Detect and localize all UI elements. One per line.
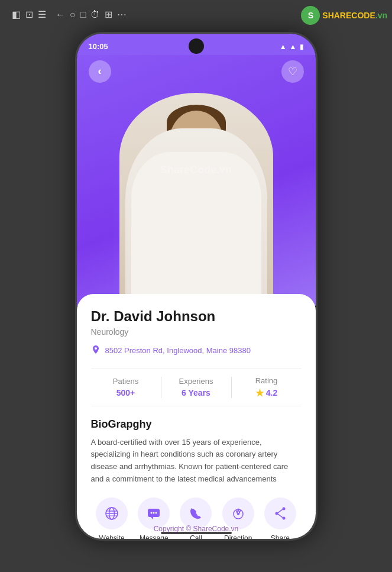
action-label-direction: Direction — [224, 534, 252, 539]
doctor-image — [114, 81, 279, 306]
sharecode-logo-domain: .vn — [375, 11, 387, 20]
copyright-footer: Copyright © ShareCode.vn — [77, 525, 316, 533]
svg-point-8 — [153, 512, 155, 513]
toolbar-icon-3[interactable]: ☰ — [38, 9, 46, 20]
doctor-silhouette — [119, 93, 273, 306]
action-label-share: Share — [271, 534, 290, 539]
camera-notch — [189, 38, 204, 54]
back-icon: ‹ — [98, 65, 102, 77]
experience-label: Experiens — [161, 377, 231, 386]
sharecode-logo-main: SHARECODE — [322, 11, 375, 20]
toolbar-icon-1[interactable]: ◧ — [12, 9, 21, 20]
wifi-icon: ▲ — [280, 43, 287, 51]
toolbar-icon-5[interactable]: ○ — [70, 9, 76, 20]
svg-line-16 — [278, 509, 283, 513]
toolbar: ◧ ⊡ ☰ ← ○ □ ⏱ ⊞ ⋯ — [12, 9, 127, 20]
patients-value: 500+ — [91, 388, 161, 398]
doctor-coat — [131, 152, 261, 306]
stats-row: Patiens 500+ Experiens 6 Years Rating ★ … — [91, 369, 302, 406]
toolbar-icon-7[interactable]: ⏱ — [90, 9, 100, 20]
doctor-specialty: Neurology — [91, 327, 302, 337]
doctor-name: Dr. David Johnson — [91, 308, 302, 325]
bio-text: A board-certified with over 15 years of … — [91, 437, 302, 486]
action-label-website: Website — [99, 534, 125, 539]
star-icon: ★ — [255, 387, 264, 399]
stat-rating: Rating ★ 4.2 — [232, 376, 302, 399]
svg-text:www: www — [109, 509, 116, 513]
battery-icon: ▮ — [300, 43, 304, 51]
toolbar-icon-8[interactable]: ⊞ — [105, 9, 112, 20]
phone-frame: 10:05 ▲ ▲ ▮ ‹ ♡ ShareCode.vn — [75, 32, 318, 541]
svg-marker-10 — [151, 517, 153, 519]
svg-line-17 — [278, 514, 283, 518]
experience-value: 6 Years — [161, 388, 231, 398]
doctor-address: 8502 Preston Rd, Inglewood, Maine 98380 — [105, 346, 251, 355]
svg-point-14 — [275, 512, 278, 515]
sharecode-logo-text: SHARECODE.vn — [322, 11, 387, 20]
svg-point-15 — [282, 516, 285, 519]
favorite-icon: ♡ — [288, 65, 297, 78]
svg-point-7 — [151, 512, 153, 513]
favorite-button[interactable]: ♡ — [281, 60, 304, 83]
doctor-body — [125, 128, 267, 306]
patients-label: Patiens — [91, 377, 161, 386]
rating-value: ★ 4.2 — [232, 387, 302, 399]
action-label-call: Call — [190, 534, 202, 539]
hero-area: ‹ ♡ ShareCode.vn — [77, 34, 316, 306]
content-card: Dr. David Johnson Neurology 8502 Preston… — [77, 294, 316, 539]
toolbar-icon-2[interactable]: ⊡ — [25, 9, 33, 20]
svg-point-12 — [237, 513, 239, 515]
toolbar-icon-9[interactable]: ⋯ — [117, 9, 127, 20]
back-button[interactable]: ‹ — [89, 60, 111, 83]
rating-number: 4.2 — [266, 388, 277, 398]
status-icons: ▲ ▲ ▮ — [280, 43, 304, 51]
sharecode-logo-icon: S — [301, 6, 320, 25]
svg-point-9 — [155, 512, 157, 513]
action-label-message: Message — [140, 534, 169, 539]
rating-label: Rating — [232, 376, 302, 385]
stat-experience: Experiens 6 Years — [161, 377, 231, 398]
signal-icon: ▲ — [290, 43, 297, 51]
toolbar-icon-4[interactable]: ← — [56, 9, 65, 20]
location-icon — [91, 345, 101, 357]
toolbar-icon-6[interactable]: □ — [80, 9, 86, 20]
bio-title: BioGrapghy — [91, 418, 302, 431]
address-row: 8502 Preston Rd, Inglewood, Maine 98380 — [91, 345, 302, 357]
sharecode-logo: S SHARECODE.vn — [301, 6, 387, 25]
stat-patients: Patiens 500+ — [91, 377, 161, 398]
svg-point-13 — [282, 507, 285, 510]
status-time: 10:05 — [89, 42, 108, 51]
